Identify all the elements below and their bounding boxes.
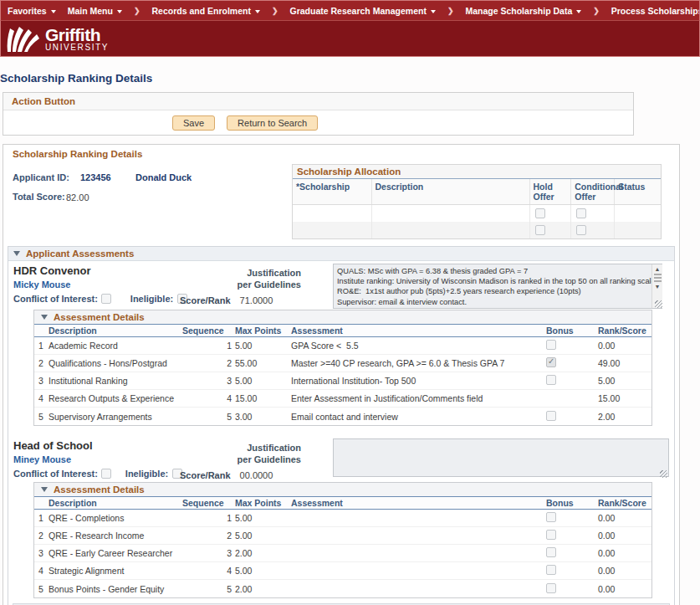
assessment-table-header: Description Sequence Max Points Assessme…	[34, 324, 651, 337]
applicant-id-value: 123456	[80, 172, 111, 182]
assessment-details-box: Assessment Details Description Sequence …	[33, 310, 652, 426]
chevron-down-icon	[117, 10, 122, 13]
bonus-checkbox[interactable]	[546, 411, 556, 421]
assessor-name-link[interactable]: Micky Mouse	[13, 279, 70, 290]
table-row: 2 Qualifications - Hons/Postgrad 2 55.00…	[34, 355, 651, 372]
breadcrumb-item-main-menu[interactable]: Main Menu	[68, 6, 122, 16]
chevron-down-icon	[431, 10, 436, 13]
table-row: 3 Institutional Ranking 3 5.00 Internati…	[34, 372, 651, 390]
col-description: Description	[49, 498, 179, 508]
col-sequence: Sequence	[179, 326, 232, 336]
conflict-of-interest-checkbox[interactable]	[101, 294, 111, 304]
brand-name: Griffith	[45, 26, 109, 44]
brand-tagline: UNIVERSITY	[45, 44, 109, 52]
applicant-id-label: Applicant ID:	[13, 172, 69, 182]
col-bonus: Bonus	[541, 498, 595, 508]
scrollbar-thumb[interactable]	[654, 274, 662, 282]
griffith-logo-icon	[7, 24, 40, 53]
conflict-of-interest-label: Conflict of Interest:	[13, 469, 98, 479]
resize-handle-icon[interactable]	[655, 300, 662, 308]
bonus-checkbox	[546, 357, 556, 367]
chevron-down-icon	[255, 10, 260, 13]
conflict-of-interest-checkbox[interactable]	[101, 469, 111, 479]
conflict-of-interest-label: Conflict of Interest:	[13, 294, 98, 304]
col-assessment: Assessment	[288, 498, 541, 508]
assessment-details-title: Assessment Details	[54, 312, 145, 322]
brand-wordmark: Griffith UNIVERSITY	[45, 26, 109, 52]
breadcrumb-separator: ❯	[447, 7, 454, 15]
breadcrumb-separator: ❯	[134, 7, 141, 15]
col-max-points: Max Points	[232, 326, 288, 336]
breadcrumb-separator: ❯	[272, 7, 278, 15]
table-row: 5 Bonus Points - Gender Equity 5 2.00 0.…	[34, 580, 651, 597]
table-row: 2 QRE - Research Income 2 5.00 0.00	[34, 527, 651, 545]
bonus-checkbox[interactable]	[546, 547, 556, 557]
bonus-checkbox[interactable]	[546, 530, 556, 540]
breadcrumb-item-records-enrolment[interactable]: Records and Enrolment	[151, 6, 259, 16]
scholarship-allocation-title: Scholarship Allocation	[293, 165, 661, 179]
breadcrumb-item-grad-research[interactable]: Graduate Research Management	[289, 6, 435, 16]
collapse-triangle-icon[interactable]	[41, 487, 48, 492]
col-hold-offer: Hold Offer	[530, 179, 572, 204]
allocation-row	[293, 222, 661, 238]
total-score-value: 82.00	[66, 192, 89, 203]
bonus-checkbox[interactable]	[546, 375, 556, 385]
hold-offer-checkbox[interactable]	[535, 225, 545, 235]
scholarship-ranking-details-title: Scholarship Ranking Details	[13, 149, 679, 161]
breadcrumb-item-process-scholarships[interactable]: Process Scholarships	[611, 6, 700, 16]
scholarship-ranking-details-box: Scholarship Ranking Details Applicant ID…	[3, 144, 680, 605]
assessor-name-link[interactable]: Miney Mouse	[13, 454, 71, 464]
brand-banner: Griffith UNIVERSITY	[0, 20, 700, 57]
col-sequence: Sequence	[179, 498, 232, 508]
status-cell	[615, 222, 661, 238]
screen: Favorites Main Menu ❯ Records and Enrolm…	[0, 0, 700, 605]
bonus-checkbox[interactable]	[546, 340, 556, 350]
assessment-details-box: Assessment Details Description Sequence …	[33, 482, 652, 598]
applicant-assessments-box: Applicant Assessments HDR Convenor Micky…	[8, 246, 675, 605]
score-rank-label: Score/Rank	[180, 470, 231, 480]
chevron-down-icon	[576, 10, 581, 13]
breadcrumb-separator: ❯	[593, 7, 600, 15]
action-button-box: Action Button Save Return to Search	[3, 92, 634, 136]
table-row: 1 QRE - Completions 1 5.00 0.00	[34, 510, 651, 527]
col-rank-score: Rank/Score	[595, 498, 651, 508]
total-score-label: Total Score:	[13, 192, 65, 202]
col-bonus: Bonus	[541, 326, 595, 336]
table-row: 3 QRE - Early Career Researcher 3 2.00 0…	[34, 545, 651, 562]
bonus-checkbox[interactable]	[546, 565, 556, 575]
hold-offer-checkbox[interactable]	[535, 208, 545, 218]
col-max-points: Max Points	[232, 498, 288, 508]
score-rank-value: 71.0000	[240, 295, 273, 305]
scholarship-cell	[293, 222, 372, 238]
conditional-offer-checkbox[interactable]	[576, 225, 586, 235]
action-button-box-title: Action Button	[3, 93, 633, 110]
assessor-block-head-of-school: Head of School Miney Mouse Conflict of I…	[8, 436, 674, 482]
applicant-name: Donald Duck	[135, 172, 192, 182]
applicant-assessments-title: Applicant Assessments	[26, 249, 134, 259]
breadcrumb-item-manage-scholarship-data[interactable]: Manage Scholarship Data	[465, 6, 581, 16]
collapse-triangle-icon[interactable]	[13, 251, 20, 256]
ineligible-label: Ineligible:	[130, 294, 173, 304]
save-button[interactable]: Save	[172, 115, 215, 131]
col-status: Status	[615, 179, 661, 204]
description-cell	[372, 222, 530, 238]
conditional-offer-checkbox[interactable]	[576, 208, 586, 218]
breadcrumb-item-favorites[interactable]: Favorites	[8, 6, 56, 16]
scroll-down-icon[interactable]: ▼	[655, 282, 661, 291]
justification-textarea[interactable]: QUALS: MSc with GPA = 6.38 & thesis grad…	[333, 264, 662, 309]
col-assessment: Assessment	[288, 326, 541, 336]
justification-textarea[interactable]	[333, 438, 669, 477]
bonus-checkbox[interactable]	[546, 512, 556, 522]
resize-handle-icon[interactable]	[660, 470, 667, 478]
chevron-down-icon	[51, 10, 56, 13]
table-row: 5 Supervisory Arrangements 5 3.00 Email …	[34, 408, 651, 425]
scholarship-allocation-header: *Scholarship Description Hold Offer Cond…	[293, 179, 661, 205]
return-to-search-button[interactable]: Return to Search	[227, 115, 318, 131]
table-row: 4 Strategic Alignment 4 5.00 0.00	[34, 562, 651, 580]
bonus-checkbox[interactable]	[546, 583, 556, 593]
description-cell	[372, 205, 530, 222]
collapse-triangle-icon[interactable]	[41, 315, 48, 320]
assessor-role: HDR Convenor	[13, 264, 90, 277]
scroll-up-icon[interactable]: ▲	[655, 264, 661, 274]
table-row: 4 Research Outputs & Experience 4 15.00 …	[34, 390, 651, 408]
